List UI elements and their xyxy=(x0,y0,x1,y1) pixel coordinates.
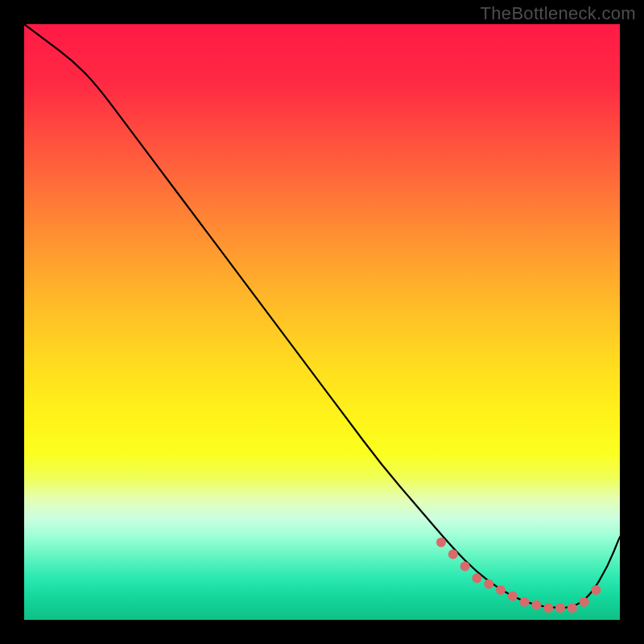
plot-area xyxy=(24,24,620,620)
trough-dot xyxy=(472,573,481,583)
trough-dot xyxy=(591,585,601,595)
curve-svg xyxy=(24,24,620,620)
curve-line xyxy=(24,24,620,608)
watermark-text: TheBottleneck.com xyxy=(481,3,636,24)
trough-dots-group xyxy=(436,538,601,613)
trough-dot xyxy=(520,597,530,607)
trough-dot xyxy=(508,591,518,601)
trough-dot xyxy=(436,538,446,547)
trough-dot xyxy=(448,550,458,559)
trough-dot xyxy=(555,603,565,613)
trough-dot xyxy=(543,603,553,613)
trough-dot xyxy=(484,580,493,589)
trough-dot xyxy=(531,601,541,610)
chart-frame: TheBottleneck.com xyxy=(0,0,644,644)
trough-dot xyxy=(496,585,506,595)
trough-dot xyxy=(580,597,589,607)
trough-dot xyxy=(460,561,470,571)
trough-dot xyxy=(568,603,577,613)
